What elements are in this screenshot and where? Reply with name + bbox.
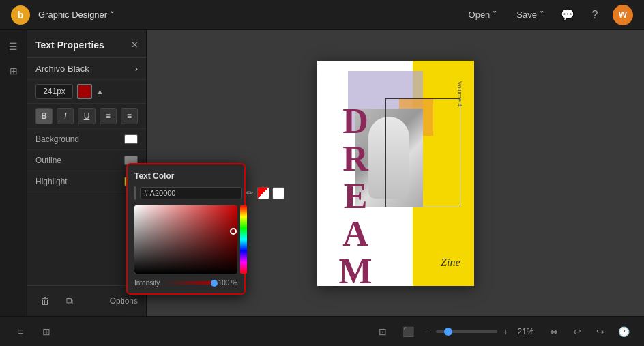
dream-text-layer[interactable]: DREAM [338,102,373,286]
intensity-label: Intensity [134,279,160,287]
redo-icon[interactable]: ↪ [591,322,610,341]
underline-button[interactable]: U [78,108,95,124]
options-button[interactable]: Options [110,296,138,306]
topbar: b Graphic Designer ˅ Open ˅ Save ˅ 💬 ? W [0,0,644,30]
background-row: Background [27,129,146,150]
italic-button[interactable]: I [57,108,74,124]
main-area: ☰ ⊞ Text Properties × Archivo Black ▲ B … [0,30,644,316]
intensity-thumb [211,280,218,287]
intensity-row: Intensity 100 % [134,279,237,287]
app-logo: b [11,5,30,25]
hex-swatch [134,186,136,200]
intensity-bar[interactable] [164,281,214,285]
gradient-option[interactable] [257,187,269,199]
saturation-area[interactable] [134,205,237,274]
font-chevron-icon [135,63,138,74]
undo-icon[interactable]: ↩ [568,322,587,341]
panel-title: Text Properties [35,40,104,51]
align-left-button[interactable]: ≡ [100,108,117,124]
bottombar: ≡ ⊞ ⊡ ⬛ − + 21% ⇔ ↩ ↪ 🕐 [0,316,644,346]
bold-button[interactable]: B [35,108,53,124]
resize-icon[interactable]: ⇔ [544,322,564,341]
color-picker-popup: Text Color ✏ Intensity [126,163,246,295]
volume-text-layer: Volume 4. [457,81,464,108]
history-icon[interactable]: 🕐 [614,322,633,341]
zoom-slider[interactable] [436,330,497,333]
app-name: Graphic Designer ˅ [38,10,115,20]
zoom-in-button[interactable]: + [503,326,508,337]
help-icon[interactable]: ? [585,5,604,25]
align-right-button[interactable]: ≡ [121,108,138,124]
layers-sidebar-icon[interactable]: ☰ [3,35,25,57]
comment-icon[interactable]: 💬 [558,5,577,25]
solid-option[interactable] [272,187,284,199]
zoom-out-button[interactable]: − [425,326,430,337]
canvas-card: DREAM Volume 4. Zine [317,61,474,286]
text-properties-panel: Text Properties × Archivo Black ▲ B I U … [27,30,147,316]
intensity-value: 100 % [218,279,237,287]
eyedropper-icon[interactable]: ✏ [246,188,253,198]
size-arrow-up: ▲ [96,87,104,96]
left-sidebar: ☰ ⊞ [0,30,27,316]
layers-icon[interactable]: ≡ [11,322,30,341]
panel-close-button[interactable]: × [132,40,138,51]
hue-slider[interactable] [240,205,247,274]
panel-header: Text Properties × [27,30,146,58]
crop-icon[interactable]: ⊡ [373,322,392,341]
save-button[interactable]: Save ˅ [511,7,550,23]
hex-input[interactable] [140,187,242,199]
user-avatar[interactable]: W [613,5,633,25]
open-button[interactable]: Open ˅ [463,7,503,23]
font-selector[interactable]: Archivo Black [27,58,146,80]
zine-text-layer: Zine [441,257,460,269]
color-picker-title: Text Color [134,171,237,181]
background-color-swatch[interactable] [124,134,138,144]
zoom-thumb [444,328,452,336]
rect-outline-layer [385,98,460,207]
color-type-buttons [257,187,284,199]
hex-row: ✏ [134,186,237,200]
zoom-area: − + 21% [425,326,538,337]
saturation-box[interactable] [134,205,237,274]
zoom-level: 21% [514,327,538,336]
topbar-icons: 💬 ? W [558,5,633,25]
elements-sidebar-icon[interactable]: ⊞ [3,60,25,82]
delete-icon-button[interactable]: 🗑 [35,291,55,311]
bottom-right-icons: ⇔ ↩ ↪ 🕐 [544,322,633,341]
duplicate-icon-button[interactable]: ⧉ [60,291,79,311]
color-swatch[interactable] [77,84,92,99]
format-row: B I U ≡ ≡ [27,104,146,129]
size-row: ▲ [27,80,146,104]
font-size-input[interactable] [35,84,73,99]
frames-icon[interactable]: ⊞ [37,322,56,341]
export-icon[interactable]: ⬛ [399,322,418,341]
